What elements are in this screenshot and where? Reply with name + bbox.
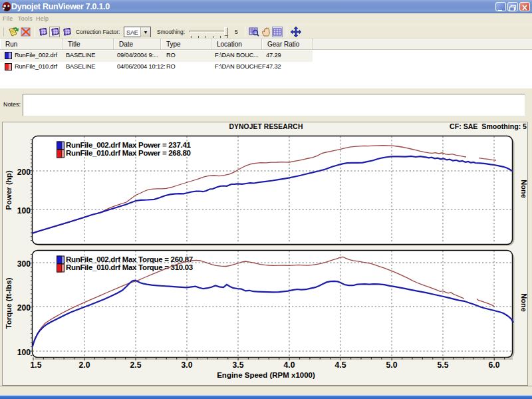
svg-text:Torque (ft-lbs): Torque (ft-lbs)	[5, 277, 13, 329]
svg-text:RunFile_002.drf Max Torque = 2: RunFile_002.drf Max Torque = 260.87	[66, 255, 193, 263]
svg-text:4.0: 4.0	[284, 360, 295, 370]
svg-text:None: None	[520, 180, 528, 198]
svg-text:100: 100	[17, 348, 31, 357]
svg-text:6.0: 6.0	[489, 360, 500, 370]
svg-text:1.5: 1.5	[31, 360, 42, 370]
svg-text:2.0: 2.0	[79, 360, 90, 370]
svg-text:300: 300	[17, 259, 31, 269]
svg-text:5.5: 5.5	[438, 360, 449, 370]
svg-text:RunFile_010.drf Max Torque = 3: RunFile_010.drf Max Torque = 310.03	[66, 263, 193, 271]
svg-text:5.0: 5.0	[386, 360, 398, 370]
svg-text:RunFile_002.drf Max Power = 23: RunFile_002.drf Max Power = 237.41	[66, 141, 192, 149]
svg-text:3.5: 3.5	[233, 360, 244, 370]
svg-text:100: 100	[17, 206, 31, 215]
svg-text:4.5: 4.5	[335, 360, 346, 370]
svg-text:Power (hp): Power (hp)	[5, 170, 13, 210]
svg-text:200: 200	[17, 168, 31, 177]
svg-text:None: None	[520, 293, 528, 312]
svg-text:2.5: 2.5	[130, 360, 142, 370]
svg-text:RunFile_010.drf Max Power = 26: RunFile_010.drf Max Power = 268.80	[66, 149, 191, 157]
svg-text:Engine Speed (RPM x1000): Engine Speed (RPM x1000)	[217, 371, 315, 379]
svg-text:3.0: 3.0	[182, 360, 193, 370]
svg-text:CF: SAE Smoothing: 5: CF: SAE Smoothing: 5	[450, 122, 527, 130]
svg-text:200: 200	[17, 303, 31, 313]
svg-text:DYNOJET RESEARCH: DYNOJET RESEARCH	[229, 123, 303, 130]
